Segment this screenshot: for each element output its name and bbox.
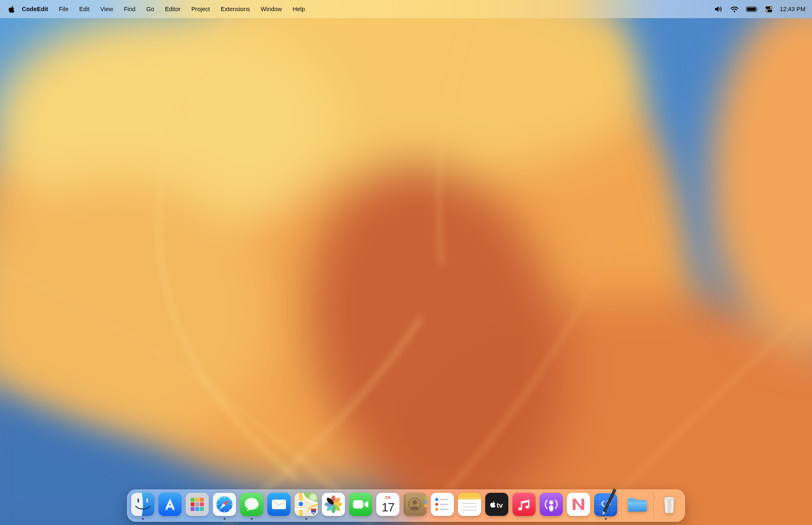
- menu-item-help[interactable]: Help: [287, 6, 310, 12]
- calendar-day: 17: [382, 500, 394, 514]
- notes-icon: [458, 493, 481, 516]
- dock: 280: [127, 490, 685, 522]
- reminders-icon: [431, 493, 454, 516]
- music-icon: [512, 493, 536, 516]
- apple-logo-icon[interactable]: [8, 5, 15, 13]
- dock-item-maps[interactable]: 280: [295, 493, 318, 516]
- dock-item-finder[interactable]: [131, 493, 154, 516]
- dock-item-messages[interactable]: [240, 493, 263, 516]
- dock-item-facetime[interactable]: [349, 493, 372, 516]
- codeedit-icon: [593, 487, 618, 518]
- running-indicator: [142, 518, 144, 520]
- safari-icon: [213, 493, 236, 516]
- finder-icon: [131, 493, 154, 516]
- dock-item-photos[interactable]: [322, 493, 345, 516]
- menu-item-editor[interactable]: Editor: [160, 6, 186, 12]
- contacts-icon: [404, 493, 427, 516]
- podcasts-icon: [540, 493, 563, 516]
- photos-icon: [322, 493, 345, 516]
- menu-item-project[interactable]: Project: [186, 6, 215, 12]
- mail-icon: [267, 493, 290, 516]
- messages-icon: [240, 493, 263, 516]
- dock-item-news[interactable]: [567, 493, 590, 516]
- news-icon: [567, 493, 590, 516]
- app-store-icon: [158, 493, 182, 516]
- dock-item-app-store[interactable]: [158, 493, 182, 516]
- interstate-shield: 280: [311, 509, 316, 515]
- menu-item-file[interactable]: File: [54, 6, 74, 12]
- tv-icon: tv: [485, 493, 508, 516]
- dock-item-contacts[interactable]: [404, 493, 427, 516]
- trash-icon: [658, 493, 681, 516]
- folder-icon: [626, 493, 649, 516]
- running-indicator: [305, 518, 307, 520]
- dock-item-notes[interactable]: [458, 493, 481, 516]
- control-center-icon[interactable]: [765, 6, 772, 13]
- dock-item-calendar[interactable]: JUL 17: [376, 493, 399, 516]
- dock-item-launchpad[interactable]: [186, 493, 209, 516]
- dock-item-mail[interactable]: [267, 493, 290, 516]
- dock-divider: [621, 493, 622, 519]
- menu-item-edit[interactable]: Edit: [74, 6, 95, 12]
- dock-item-trash[interactable]: [658, 493, 681, 516]
- launchpad-icon: [186, 493, 209, 516]
- dock-item-folder[interactable]: [626, 493, 649, 516]
- dock-item-podcasts[interactable]: [540, 493, 563, 516]
- dock-divider: [653, 493, 654, 519]
- maps-icon: 280: [295, 493, 318, 516]
- running-indicator: [251, 518, 253, 520]
- running-indicator: [224, 518, 226, 520]
- tv-label: tv: [497, 501, 503, 509]
- desktop: CodeEdit FileEditViewFindGoEditorProject…: [0, 0, 812, 525]
- menu-item-find[interactable]: Find: [118, 6, 141, 12]
- wifi-icon[interactable]: [730, 6, 739, 12]
- dock-item-music[interactable]: [512, 493, 536, 516]
- calendar-month: JUL: [385, 495, 391, 499]
- menu-item-view[interactable]: View: [95, 6, 118, 12]
- wallpaper: [0, 0, 812, 525]
- dock-item-codeedit[interactable]: [594, 493, 617, 516]
- menu-item-window[interactable]: Window: [255, 6, 288, 12]
- facetime-icon: [349, 493, 372, 516]
- menu-item-go[interactable]: Go: [141, 6, 159, 12]
- svg-text:280: 280: [312, 512, 316, 514]
- menu-bar: CodeEdit FileEditViewFindGoEditorProject…: [0, 0, 812, 18]
- menu-items: FileEditViewFindGoEditorProjectExtension…: [54, 6, 310, 12]
- active-app-name[interactable]: CodeEdit: [17, 6, 54, 12]
- dock-item-tv[interactable]: tv: [485, 493, 508, 516]
- calendar-icon: JUL 17: [376, 493, 399, 516]
- volume-icon[interactable]: [714, 6, 723, 12]
- menu-bar-clock[interactable]: 12:43 PM: [780, 6, 805, 12]
- menu-bar-status: 12:43 PM: [714, 6, 805, 13]
- menu-item-extensions[interactable]: Extensions: [215, 6, 255, 12]
- running-indicator: [605, 518, 607, 520]
- dock-item-safari[interactable]: [213, 493, 236, 516]
- battery-icon[interactable]: [746, 7, 758, 12]
- dock-item-reminders[interactable]: [431, 493, 454, 516]
